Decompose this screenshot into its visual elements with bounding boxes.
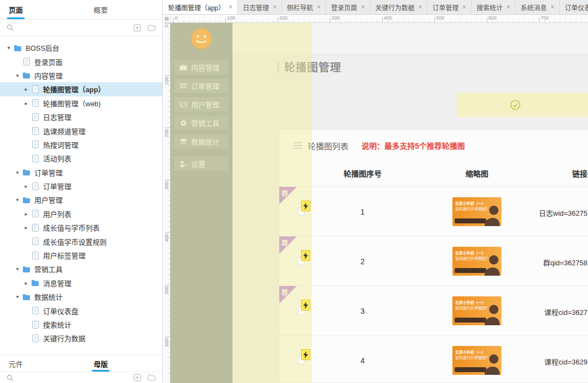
canvas-tab[interactable]: 搜索统计 × <box>471 0 516 14</box>
ruler-label: 100 <box>164 77 169 85</box>
table-row[interactable]: 荐 2 北京小升初（一） 如何进行升学规划？ 群qid=362758 <box>279 236 588 285</box>
tree-item[interactable]: ▾ 内容管理 <box>0 69 162 82</box>
expand-arrow-icon[interactable]: ▸ <box>22 224 30 230</box>
tree-item[interactable]: 订单仪表盘 <box>0 303 162 317</box>
expand-arrow-icon[interactable]: ▾ <box>13 266 22 272</box>
tree-item[interactable]: ▸ 订单管理 <box>0 179 162 193</box>
tree-item[interactable]: ▾ 数据统计 <box>0 290 162 303</box>
close-icon[interactable]: × <box>361 3 365 11</box>
expand-arrow-icon[interactable]: ▸ <box>22 280 30 286</box>
tree-item[interactable]: 选课频道管理 <box>0 124 162 137</box>
interaction-marker[interactable] <box>298 300 312 318</box>
ruler-label: 400 <box>164 234 169 242</box>
add-master-icon[interactable] <box>133 374 141 381</box>
add-folder-icon[interactable] <box>148 374 156 381</box>
tree-item[interactable]: 关键行为数据 <box>0 331 162 345</box>
tree-item[interactable]: 活动列表 <box>0 151 162 165</box>
close-icon[interactable]: × <box>550 3 554 11</box>
person-photo <box>482 253 501 276</box>
tree-item[interactable]: ▾ 用户管理 <box>0 193 162 206</box>
tree-item[interactable]: ▾ 订单管理 <box>0 166 162 179</box>
table-row[interactable]: 荐 3 北京小升初（一） 如何进行升学规划？ 课程cid=3627 <box>279 285 588 335</box>
proto-sidebar-menu-item[interactable]: 内容管理 <box>174 60 229 75</box>
tree-item[interactable]: 用户标签管理 <box>0 248 162 262</box>
interaction-marker[interactable] <box>298 200 312 219</box>
search-icon[interactable] <box>7 24 14 31</box>
tab-outline[interactable]: 概要 <box>94 0 108 19</box>
tree-item[interactable]: 搜索统计 <box>0 318 162 331</box>
tree-item[interactable]: ▾ 营销工具 <box>0 262 162 276</box>
expand-arrow-icon[interactable]: ▾ <box>13 197 22 203</box>
tree-item[interactable]: ▸ 用户列表 <box>0 207 162 221</box>
expand-arrow-icon[interactable]: ▸ <box>22 100 30 106</box>
masters-search-bar[interactable] <box>0 372 162 383</box>
person-photo <box>482 302 501 325</box>
expand-arrow-icon[interactable]: ▾ <box>4 45 13 51</box>
proto-sidebar-menu-item-settings[interactable]: 设置 <box>174 156 229 171</box>
thumbnail-title: 北京小升初（一） <box>455 349 486 355</box>
canvas-tab[interactable]: 登录页面 × <box>326 0 370 14</box>
tree-item-label: 消息管理 <box>43 278 71 288</box>
logo <box>170 23 232 54</box>
expand-arrow-icon[interactable]: ▸ <box>22 211 30 217</box>
tree-item[interactable]: 热搜词管理 <box>0 138 162 151</box>
tree-item-label: 营销工具 <box>34 264 63 274</box>
expand-arrow-icon[interactable]: ▸ <box>22 183 30 189</box>
thumbnail-title: 北京小升初（一） <box>455 250 486 256</box>
expand-arrow-icon[interactable]: ▾ <box>13 72 22 78</box>
expand-arrow-icon[interactable]: ▾ <box>13 169 22 175</box>
canvas-tab-label: 系统消息 <box>520 3 547 12</box>
tree-item[interactable]: ▸ 轮播图管理（app） <box>0 82 162 96</box>
close-icon[interactable]: × <box>317 3 321 11</box>
close-icon[interactable]: × <box>506 3 510 11</box>
tree-item[interactable]: ▸ 轮播图管理（web) <box>0 96 162 110</box>
proto-sidebar-menu-item[interactable]: 数据统计 <box>174 134 229 149</box>
canvas-tab[interactable]: 订单仪表盘 × <box>560 0 588 14</box>
gradcap-icon <box>179 138 187 145</box>
canvas-tab[interactable]: 轮播图管理（app） × <box>163 0 238 14</box>
proto-sidebar-menu-item[interactable]: 用户管理 <box>174 97 229 112</box>
tree-item[interactable]: ▸ 成长值与学币列表 <box>0 221 162 234</box>
page-tree: ▾ BOSS后台 登录页面 ▾ 内容管理 ▸ 轮播图管理（app） ▸ 轮播图管… <box>0 36 162 355</box>
interaction-marker[interactable] <box>298 349 312 368</box>
row-seq: 1 <box>300 208 425 216</box>
header-seq: 轮播图序号 <box>300 168 425 179</box>
proto-page-title: 轮播图管理 <box>277 59 341 75</box>
close-icon[interactable]: × <box>229 3 232 11</box>
tab-masters[interactable]: 母版 <box>94 355 108 372</box>
canvas-tab-label: 订单仪表盘 <box>565 3 588 12</box>
pages-search-bar[interactable] <box>0 20 162 36</box>
table-row[interactable]: 荐 4 北京小升初（一） 如何进行升学规划？ 课程cid=3629 <box>279 335 588 383</box>
tree-item[interactable]: 成长值学币设置规则 <box>0 234 162 248</box>
search-icon[interactable] <box>7 374 14 381</box>
canvas-tab[interactable]: 日志管理 × <box>238 0 282 14</box>
canvas[interactable]: 轮播图管理 轮播图列表 说明：最多支持5个推荐轮播图 轮播图序号 缩略图 链接 … <box>170 23 588 383</box>
tree-item[interactable]: ▸ 消息管理 <box>0 276 162 290</box>
tab-widgets[interactable]: 元件 <box>9 355 23 372</box>
proto-sidebar[interactable]: 内容管理 订单管理 用户管理 营销工具 数据统计 设置 <box>170 23 232 383</box>
add-folder-icon[interactable] <box>148 25 156 31</box>
table-row[interactable]: 荐 1 北京小升初（一） 如何进行升学规划？ 日志wid=36275 <box>279 186 588 236</box>
tree-item[interactable]: ▾ BOSS后台 <box>0 41 162 54</box>
expand-arrow-icon[interactable]: ▾ <box>13 294 22 300</box>
tree-item-label: 关键行为数据 <box>43 333 85 343</box>
tab-pages[interactable]: 页面 <box>9 0 23 19</box>
close-icon[interactable]: × <box>273 3 277 11</box>
tree-item-label: 轮播图管理（web) <box>43 98 101 108</box>
interaction-marker[interactable] <box>298 250 312 269</box>
canvas-tab[interactable]: 订单管理 × <box>427 0 471 14</box>
row-link: 课程cid=3629 <box>514 356 587 367</box>
canvas-tab[interactable]: 关键行为数据 × <box>370 0 427 14</box>
close-icon[interactable]: × <box>462 3 466 11</box>
canvas-tab[interactable]: 侧栏导航 × <box>282 0 326 14</box>
selected-toast-widget[interactable] <box>457 93 588 117</box>
proto-sidebar-menu-item[interactable]: 订单管理 <box>174 78 229 93</box>
carousel-list-panel[interactable]: 轮播图列表 说明：最多支持5个推荐轮播图 轮播图序号 缩略图 链接 荐 1 北京… <box>279 129 588 383</box>
close-icon[interactable]: × <box>418 3 422 11</box>
proto-sidebar-menu-item[interactable]: 营销工具 <box>174 115 229 130</box>
tree-item[interactable]: 登录页面 <box>0 54 162 68</box>
add-page-icon[interactable] <box>133 24 141 32</box>
expand-arrow-icon[interactable]: ▸ <box>22 86 30 92</box>
canvas-tab[interactable]: 系统消息 × <box>516 0 560 14</box>
tree-item[interactable]: 日志管理 <box>0 110 162 124</box>
